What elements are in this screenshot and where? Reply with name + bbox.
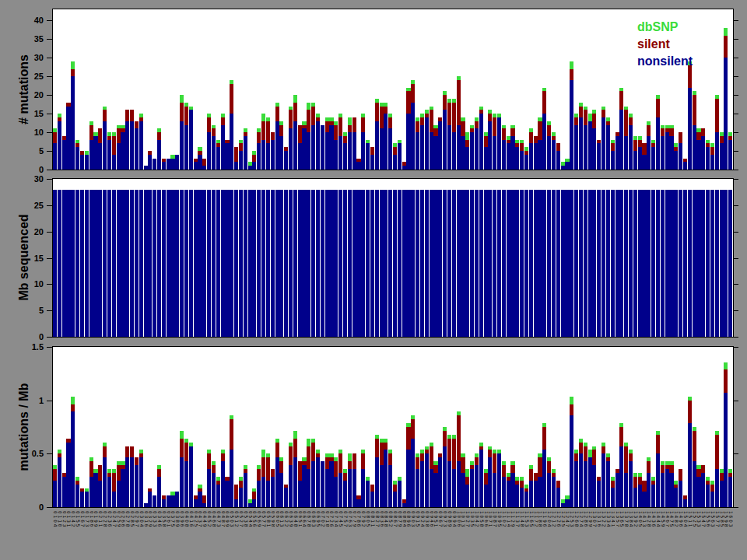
bar-segment-nonsilent: [683, 162, 687, 170]
bar: [361, 179, 365, 337]
bar: [252, 9, 256, 170]
bar: [234, 9, 238, 170]
bar-segment-nonsilent: [524, 155, 528, 170]
bar: [307, 9, 310, 170]
bar: [175, 347, 179, 507]
bar-segment-nonsilent: [139, 121, 143, 170]
tick-left: [47, 232, 52, 233]
bar-segment-nonsilent: [216, 147, 220, 170]
bar: [66, 347, 70, 507]
bar-segment-nonsilent: [447, 461, 451, 507]
bar-segment-nonsilent: [275, 457, 279, 507]
bar-segment-dbSNP: [180, 95, 184, 103]
bar: [198, 9, 202, 170]
bar-segment-nonsilent: [619, 446, 623, 507]
bar-segment-silent: [307, 446, 310, 469]
bar: [411, 9, 415, 170]
bar-segment-nonsilent: [334, 477, 338, 507]
bar: [633, 179, 637, 337]
bar-segment-nonsilent: [53, 481, 57, 507]
bar-segment-nonsilent: [370, 155, 374, 170]
bar-segment-mb: [651, 190, 655, 337]
bar-segment-mb: [728, 190, 732, 337]
bar: [461, 9, 465, 170]
bar: [510, 9, 514, 170]
bar: [103, 179, 107, 337]
bar-segment-nonsilent: [125, 121, 129, 170]
bar-segment-silent: [529, 132, 533, 143]
bar: [402, 179, 406, 337]
bar-segment-nonsilent: [611, 151, 615, 170]
bar-segment-silent: [534, 473, 538, 481]
bar: [619, 347, 623, 507]
bar: [715, 179, 719, 337]
bar-segment-silent: [574, 453, 578, 461]
y-tick-label: 40: [9, 16, 44, 25]
bar-segment-mb: [411, 190, 415, 337]
bar: [470, 9, 474, 170]
bar: [180, 9, 184, 170]
bar: [167, 9, 170, 170]
bar-segment-silent: [538, 457, 542, 477]
bar-segment-silent: [202, 159, 206, 166]
bar-segment-nonsilent: [565, 499, 569, 507]
bar: [93, 347, 97, 507]
bar-segment-silent: [352, 117, 356, 132]
bar-segment-nonsilent: [311, 461, 315, 507]
bar-segment-nonsilent: [398, 481, 402, 507]
bar-segment-nonsilent: [633, 151, 637, 170]
bar-segment-silent: [493, 453, 496, 473]
bar: [534, 9, 538, 170]
bar-segment-silent: [298, 461, 302, 481]
bar-segment-mb: [244, 190, 247, 337]
bar: [669, 347, 673, 507]
bar-segment-mb: [103, 190, 107, 337]
bar-segment-nonsilent: [701, 473, 705, 507]
mutation-rate-bars: [53, 347, 733, 507]
bar: [53, 9, 57, 170]
bar-segment-nonsilent: [656, 453, 660, 507]
bar-segment-nonsilent: [80, 492, 84, 507]
bar-segment-mb: [216, 190, 220, 337]
bar-segment-silent: [112, 136, 116, 155]
bar: [728, 179, 732, 337]
bar-segment-silent: [724, 36, 728, 58]
bar: [452, 9, 456, 170]
bar-segment-silent: [688, 401, 692, 423]
bar: [370, 179, 374, 337]
bar-segment-mb: [275, 190, 279, 337]
bar: [547, 179, 551, 337]
bar: [475, 179, 479, 337]
bar-segment-silent: [447, 439, 451, 461]
bar: [547, 9, 551, 170]
bar: [66, 179, 70, 337]
bar: [542, 347, 546, 507]
bar-segment-nonsilent: [597, 143, 601, 170]
bar: [348, 179, 352, 337]
bar-segment-nonsilent: [198, 155, 202, 170]
bar-segment-silent: [293, 103, 297, 121]
bar-segment-silent: [629, 117, 633, 125]
bar-segment-silent: [647, 461, 651, 473]
bar-segment-silent: [720, 136, 724, 144]
bar: [701, 347, 705, 507]
bar-segment-silent: [579, 107, 583, 117]
bar: [665, 179, 669, 337]
bar: [433, 9, 437, 170]
bar: [125, 179, 129, 337]
bar: [356, 9, 360, 170]
bar-segment-nonsilent: [597, 481, 601, 507]
bar-segment-silent: [679, 469, 682, 481]
bar-segment-mb: [148, 190, 152, 337]
bar-segment-silent: [257, 469, 261, 481]
bar-segment-silent: [252, 492, 256, 499]
bar: [488, 179, 492, 337]
bar-segment-nonsilent: [202, 503, 206, 507]
bar: [343, 179, 347, 337]
bar-segment-nonsilent: [85, 155, 89, 170]
bar: [479, 347, 483, 507]
bar-segment-silent: [642, 143, 646, 154]
bar: [279, 179, 283, 337]
tick-left: [47, 284, 52, 285]
bar: [384, 179, 388, 337]
